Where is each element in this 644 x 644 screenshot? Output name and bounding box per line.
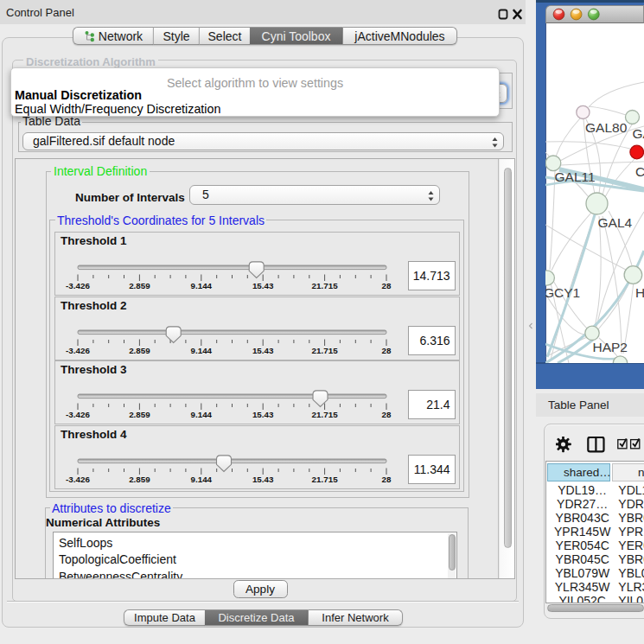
svg-text:2.859: 2.859 [129, 346, 150, 355]
svg-text:21.715: 21.715 [312, 346, 339, 355]
svg-text:15.43: 15.43 [252, 410, 274, 419]
svg-text:28: 28 [382, 281, 392, 290]
svg-text:-3.426: -3.426 [66, 410, 90, 419]
svg-text:GAL80: GAL80 [585, 120, 628, 135]
svg-text:GAL11: GAL11 [555, 169, 596, 184]
svg-text:2.859: 2.859 [129, 410, 150, 419]
svg-text:HAP2: HAP2 [593, 340, 628, 354]
svg-text:28: 28 [382, 475, 392, 484]
svg-text:H: H [635, 285, 644, 300]
svg-text:C: C [635, 164, 644, 179]
svg-text:9.144: 9.144 [191, 410, 213, 419]
svg-text:21.715: 21.715 [312, 475, 339, 484]
svg-text:-3.426: -3.426 [66, 475, 90, 484]
svg-text:21.715: 21.715 [312, 281, 339, 290]
svg-text:21.715: 21.715 [312, 410, 339, 419]
svg-text:2.859: 2.859 [129, 475, 150, 484]
svg-text:28: 28 [382, 410, 392, 419]
svg-text:-3.426: -3.426 [66, 346, 90, 355]
svg-text:9.144: 9.144 [191, 346, 213, 355]
svg-text:2.859: 2.859 [129, 281, 150, 290]
svg-text:15.43: 15.43 [252, 346, 274, 355]
svg-text:15.43: 15.43 [252, 475, 274, 484]
svg-text:9.144: 9.144 [191, 475, 213, 484]
svg-text:-3.426: -3.426 [66, 281, 90, 290]
svg-text:GA: GA [633, 126, 644, 141]
svg-text:28: 28 [382, 346, 392, 355]
svg-text:GCY1: GCY1 [545, 285, 580, 300]
svg-text:9.144: 9.144 [191, 281, 213, 290]
svg-text:GAL4: GAL4 [598, 215, 633, 230]
svg-text:15.43: 15.43 [252, 281, 274, 290]
